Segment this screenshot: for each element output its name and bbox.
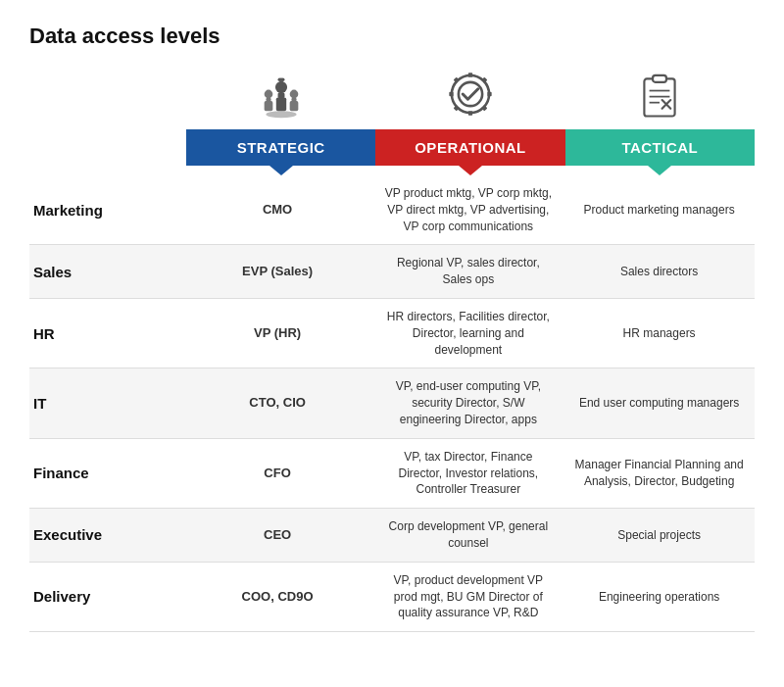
svg-point-15 bbox=[281, 78, 284, 81]
svg-rect-19 bbox=[468, 111, 472, 115]
gear-check-icon bbox=[445, 69, 496, 120]
strategic-cell: CFO bbox=[182, 439, 373, 508]
row-label: Delivery bbox=[29, 563, 182, 631]
operational-cell: VP, product development VP prod mgt, BU … bbox=[372, 563, 564, 631]
row-label: IT bbox=[29, 368, 182, 437]
strategic-header: STRATEGIC bbox=[186, 129, 375, 166]
data-table: Marketing CMO VP product mktg, VP corp m… bbox=[29, 175, 755, 632]
row-label: HR bbox=[29, 299, 182, 368]
svg-rect-12 bbox=[279, 80, 282, 88]
tactical-cell: Special projects bbox=[564, 509, 755, 562]
operational-cell: HR directors, Facilities director, Direc… bbox=[372, 299, 564, 368]
strategic-cell: CMO bbox=[182, 175, 373, 244]
tactical-header: TACTICAL bbox=[565, 129, 755, 166]
svg-rect-20 bbox=[449, 92, 453, 96]
tactical-cell: Sales directors bbox=[564, 245, 755, 298]
svg-rect-21 bbox=[487, 92, 491, 96]
table-row: Marketing CMO VP product mktg, VP corp m… bbox=[29, 175, 755, 245]
tactical-cell: HR managers bbox=[564, 299, 755, 368]
strategic-cell: CTO, CIO bbox=[182, 368, 373, 437]
svg-rect-22 bbox=[454, 77, 460, 83]
row-label: Finance bbox=[29, 439, 182, 508]
tactical-cell: End user computing managers bbox=[564, 368, 755, 437]
svg-rect-18 bbox=[468, 73, 472, 76]
strategic-icon-cell bbox=[186, 69, 375, 129]
operational-cell: VP, end-user computing VP, security Dire… bbox=[372, 368, 564, 437]
chess-icon bbox=[256, 69, 307, 120]
strategic-cell: COO, CD9O bbox=[182, 563, 373, 631]
operational-cell: VP, tax Director, Finance Director, Inve… bbox=[372, 439, 564, 508]
table-row: Finance CFO VP, tax Director, Finance Di… bbox=[29, 439, 755, 509]
strategic-cell: VP (HR) bbox=[182, 299, 373, 368]
operational-cell: Corp development VP, general counsel bbox=[372, 509, 564, 562]
operational-icon-cell bbox=[375, 69, 564, 129]
strategic-cell: EVP (Sales) bbox=[182, 245, 373, 298]
header-row: STRATEGIC OPERATIONAL TACTICAL bbox=[186, 129, 755, 166]
row-label: Executive bbox=[29, 509, 182, 562]
tactical-cell: Manager Financial Planning and Analysis,… bbox=[564, 439, 755, 508]
tactical-cell: Engineering operations bbox=[564, 563, 755, 631]
svg-rect-5 bbox=[289, 101, 298, 111]
table-row: Sales EVP (Sales) Regional VP, sales dir… bbox=[29, 245, 755, 299]
svg-rect-27 bbox=[653, 75, 666, 82]
svg-rect-25 bbox=[481, 105, 487, 111]
table-row: Delivery COO, CD9O VP, product developme… bbox=[29, 563, 755, 632]
svg-rect-4 bbox=[267, 90, 270, 95]
table-row: Executive CEO Corp development VP, gener… bbox=[29, 509, 755, 563]
svg-rect-8 bbox=[292, 90, 295, 95]
table-row: HR VP (HR) HR directors, Facilities dire… bbox=[29, 299, 755, 368]
clipboard-icon bbox=[634, 69, 685, 120]
row-label: Sales bbox=[29, 245, 182, 298]
svg-rect-1 bbox=[264, 101, 272, 111]
svg-point-14 bbox=[277, 78, 280, 81]
operational-header: OPERATIONAL bbox=[375, 129, 564, 166]
svg-rect-10 bbox=[277, 92, 284, 98]
tactical-cell: Product marketing managers bbox=[564, 175, 755, 244]
operational-cell: VP product mktg, VP corp mktg, VP direct… bbox=[372, 175, 564, 244]
tactical-icon-cell bbox=[565, 69, 755, 129]
svg-rect-9 bbox=[275, 97, 285, 111]
table-row: IT CTO, CIO VP, end-user computing VP, s… bbox=[29, 368, 755, 438]
svg-point-0 bbox=[266, 111, 296, 118]
page-title: Data access levels bbox=[29, 24, 755, 49]
svg-rect-23 bbox=[481, 77, 487, 83]
svg-rect-24 bbox=[454, 105, 460, 111]
row-label: Marketing bbox=[29, 175, 182, 244]
operational-cell: Regional VP, sales director, Sales ops bbox=[372, 245, 564, 298]
strategic-cell: CEO bbox=[182, 509, 373, 562]
icons-row bbox=[186, 69, 755, 129]
